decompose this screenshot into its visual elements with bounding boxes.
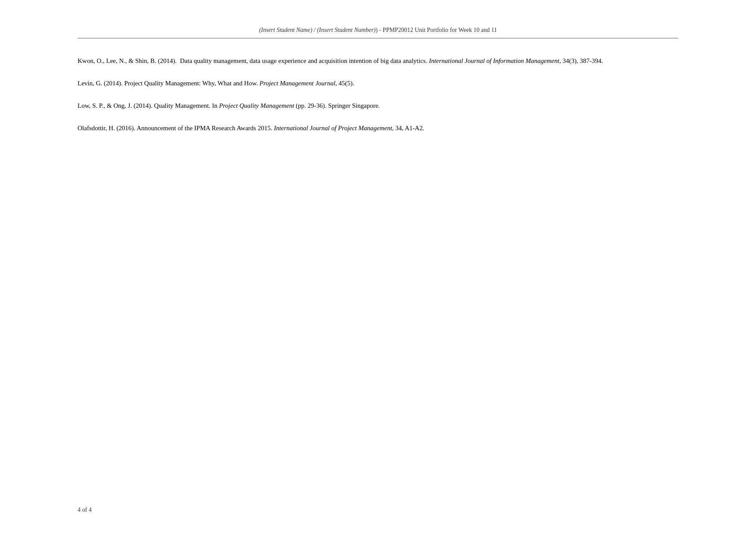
header-suffix: ) - PPMP20012 Unit Portfolio for Week 10…	[376, 27, 497, 33]
reference-low: Low, S. P., & Ong, J. (2014). Quality Ma…	[78, 100, 678, 111]
reference-olafsdottir-text: Olafsdottir, H. (2016). Announcement of …	[78, 123, 678, 133]
reference-levin: Levin, G. (2014). Project Quality Manage…	[78, 78, 678, 88]
insert-name-label: Insert Student Name	[261, 27, 310, 33]
reference-levin-text: Levin, G. (2014). Project Quality Manage…	[78, 78, 678, 88]
reference-kwon: Kwon, O., Lee, N., & Shin, B. (2014). Da…	[78, 56, 678, 66]
reference-kwon-text: Kwon, O., Lee, N., & Shin, B. (2014). Da…	[78, 56, 678, 66]
reference-olafsdottir: Olafsdottir, H. (2016). Announcement of …	[78, 123, 678, 133]
insert-number-label: Insert Student Number	[319, 27, 374, 33]
page-header: (Insert Student Name) / (Insert Student …	[78, 26, 678, 38]
references-section: Kwon, O., Lee, N., & Shin, B. (2014). Da…	[78, 56, 678, 133]
page-number: 4 of 4	[78, 507, 92, 513]
document-page: (Insert Student Name) / (Insert Student …	[0, 0, 756, 535]
page-footer: 4 of 4	[78, 507, 92, 513]
reference-low-text: Low, S. P., & Ong, J. (2014). Quality Ma…	[78, 100, 678, 111]
header-text: (Insert Student Name) / (Insert Student …	[259, 27, 497, 33]
